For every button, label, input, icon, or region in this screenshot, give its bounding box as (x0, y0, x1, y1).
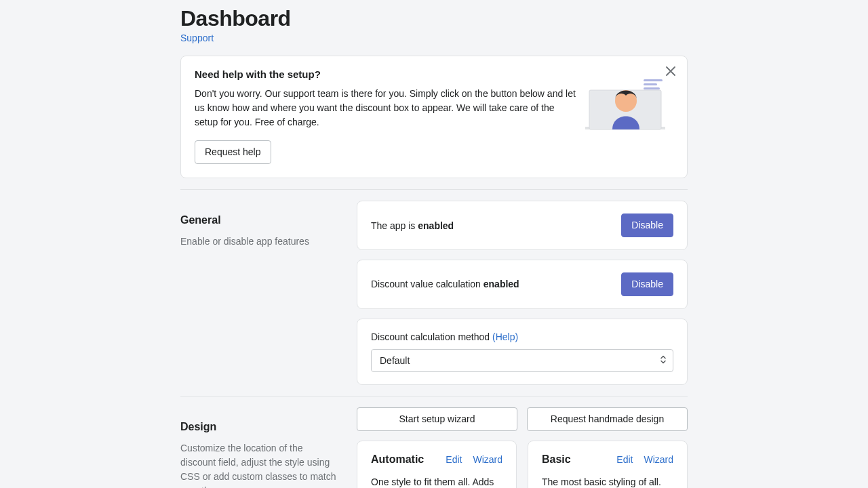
discount-method-help-link[interactable]: (Help) (492, 331, 518, 342)
disable-app-button[interactable]: Disable (621, 214, 673, 237)
app-status-prefix: The app is (371, 220, 418, 231)
discount-method-select[interactable]: Default (371, 349, 673, 372)
discount-method-label: Discount calculation method (Help) (371, 331, 673, 342)
divider (180, 189, 688, 190)
svg-rect-3 (644, 83, 657, 85)
theme-card-automatic: Automatic Edit Wizard One style to fit t… (357, 441, 517, 488)
disable-discount-calc-button[interactable]: Disable (621, 272, 673, 296)
start-setup-wizard-button[interactable]: Start setup wizard (357, 407, 517, 431)
banner-title: Need help with the setup? (195, 68, 578, 80)
svg-rect-4 (644, 87, 660, 89)
theme-desc: The most basic styling of all. Sometimes… (542, 475, 673, 488)
theme-title: Automatic (371, 453, 424, 466)
theme-title: Basic (542, 453, 571, 466)
app-status-card: The app is enabled Disable (357, 201, 688, 250)
setup-help-banner: Need help with the setup? Don't you worr… (180, 56, 688, 178)
theme-edit-link[interactable]: Edit (616, 454, 633, 465)
request-handmade-design-button[interactable]: Request handmade design (527, 407, 688, 431)
discount-calc-value: enabled (484, 279, 519, 289)
design-desc: Customize the location of the discount f… (180, 441, 340, 488)
banner-text: Don't you worry. Our support team is the… (195, 87, 578, 129)
discount-calc-card: Discount value calculation enabled Disab… (357, 260, 688, 309)
app-status-text: The app is enabled (371, 220, 454, 231)
discount-calc-prefix: Discount value calculation (371, 279, 484, 289)
theme-wizard-link[interactable]: Wizard (644, 454, 673, 465)
general-title: General (180, 214, 340, 226)
page-title: Dashboard (180, 5, 688, 31)
discount-method-card: Discount calculation method (Help) Defau… (357, 319, 688, 385)
app-status-value: enabled (418, 220, 454, 231)
design-section: Design Customize the location of the dis… (180, 407, 688, 488)
request-help-button[interactable]: Request help (195, 140, 271, 164)
svg-rect-2 (644, 79, 663, 81)
divider (180, 396, 688, 396)
design-title: Design (180, 421, 340, 433)
theme-edit-link[interactable]: Edit (446, 454, 462, 465)
theme-desc: One style to fit them all. Adds existing… (371, 475, 502, 488)
support-link[interactable]: Support (180, 33, 214, 43)
theme-wizard-link[interactable]: Wizard (473, 454, 502, 465)
support-person-illustration (585, 73, 665, 140)
theme-card-basic: Basic Edit Wizard The most basic styling… (528, 441, 688, 488)
discount-calc-text: Discount value calculation enabled (371, 279, 519, 289)
general-desc: Enable or disable app features (180, 235, 340, 249)
general-section: General Enable or disable app features T… (180, 201, 688, 385)
close-icon[interactable] (664, 64, 677, 78)
discount-method-label-text: Discount calculation method (371, 331, 492, 342)
